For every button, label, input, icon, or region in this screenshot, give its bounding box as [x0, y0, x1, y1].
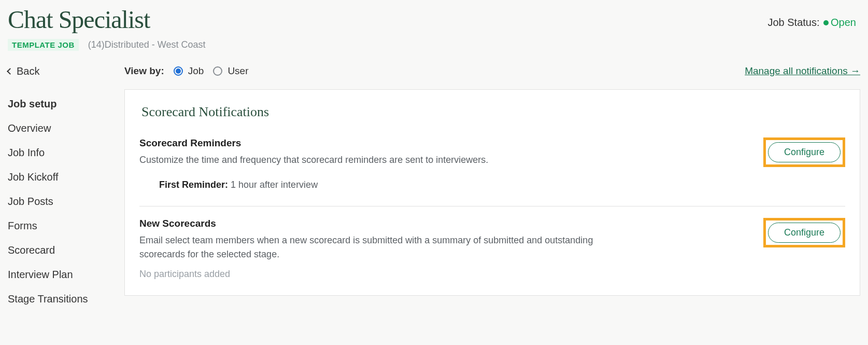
sidebar-item-job-kickoff[interactable]: Job Kickoff	[8, 165, 124, 189]
view-by-job-radio[interactable]: Job	[174, 65, 204, 77]
sidebar-item-job-info[interactable]: Job Info	[8, 141, 124, 165]
sidebar-item-interview-plan[interactable]: Interview Plan	[8, 263, 124, 287]
scorecard-reminders-section: Scorecard Reminders Customize the time a…	[139, 137, 845, 206]
configure-highlight: Configure	[763, 218, 845, 247]
sidebar-item-job-posts[interactable]: Job Posts	[8, 189, 124, 214]
configure-new-scorecards-button[interactable]: Configure	[768, 223, 841, 243]
panel-title: Scorecard Notifications	[141, 104, 845, 120]
radio-unchecked-icon	[213, 66, 222, 76]
sidebar-item-job-setup[interactable]: Job setup	[8, 92, 124, 116]
view-by-label: View by:	[124, 65, 164, 77]
back-link[interactable]: Back	[8, 65, 124, 77]
back-label: Back	[17, 65, 39, 77]
template-job-badge: TEMPLATE JOB	[8, 39, 79, 51]
scorecard-reminders-desc: Customize the time and frequency that sc…	[139, 153, 488, 167]
notifications-panel: Scorecard Notifications Scorecard Remind…	[124, 89, 860, 296]
job-status-value: Open	[831, 17, 856, 28]
no-participants-text: No participants added	[139, 269, 606, 280]
sidebar: Back Job setup Overview Job Info Job Kic…	[8, 65, 124, 311]
sidebar-item-forms[interactable]: Forms	[8, 214, 124, 238]
configure-reminders-button[interactable]: Configure	[768, 142, 841, 162]
view-by-user-label: User	[227, 65, 248, 77]
configure-highlight: Configure	[763, 137, 845, 167]
job-status-label: Job Status:	[767, 17, 819, 28]
view-by-job-label: Job	[188, 65, 204, 77]
view-by-user-radio[interactable]: User	[213, 65, 248, 77]
first-reminder-row: First Reminder: 1 hour after interview	[159, 180, 488, 190]
requisition-location: (14)Distributed - West Coast	[88, 39, 206, 50]
sidebar-item-stage-transitions[interactable]: Stage Transitions	[8, 287, 124, 311]
first-reminder-value: 1 hour after interview	[231, 180, 318, 190]
radio-checked-icon	[174, 66, 183, 76]
manage-all-notifications-link[interactable]: Manage all notifications →	[745, 65, 860, 77]
new-scorecards-title: New Scorecards	[139, 218, 606, 229]
page-title: Chat Specialist	[8, 5, 205, 34]
sidebar-item-overview[interactable]: Overview	[8, 116, 124, 141]
new-scorecards-desc: Email select team members when a new sco…	[139, 233, 606, 261]
status-dot-icon	[823, 20, 829, 25]
chevron-left-icon	[7, 68, 13, 75]
new-scorecards-section: New Scorecards Email select team members…	[139, 206, 845, 290]
first-reminder-label: First Reminder:	[159, 180, 228, 190]
sidebar-item-scorecard[interactable]: Scorecard	[8, 238, 124, 263]
job-status: Job Status: Open	[767, 5, 860, 29]
scorecard-reminders-title: Scorecard Reminders	[139, 137, 488, 149]
